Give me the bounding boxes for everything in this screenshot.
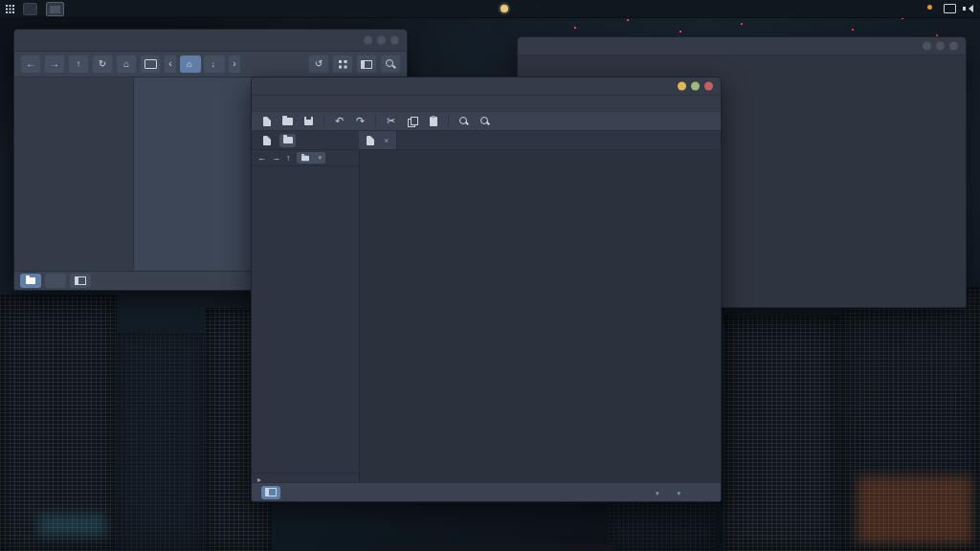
display-icon[interactable] [944, 4, 956, 13]
close-button[interactable] [704, 82, 713, 91]
file-manager-toolbar: ← → ↑ ↻ ⌂ ‹ ⌂ ↓ › ↺ [14, 52, 407, 77]
text-editor-window: ↶ ↷ ✂ × ← → [251, 77, 722, 502]
back-button[interactable]: ← [20, 55, 41, 74]
chevron-down-icon: ▾ [319, 154, 323, 162]
top-panel [0, 0, 980, 18]
editor-tabbar: × [252, 131, 721, 150]
minimize-button[interactable] [923, 42, 931, 51]
forward-button[interactable]: → [272, 153, 280, 163]
toggle-location-button[interactable]: ↺ [308, 55, 329, 74]
redo-button[interactable]: ↷ [354, 115, 367, 128]
folder-icon [301, 155, 309, 161]
editor-menubar [252, 96, 721, 111]
save-button[interactable] [302, 115, 315, 128]
copy-icon [408, 117, 417, 126]
close-button[interactable] [949, 42, 958, 51]
up-button[interactable]: ↑ [286, 153, 291, 163]
cut-button[interactable]: ✂ [385, 115, 397, 128]
tree-toggle[interactable] [70, 274, 91, 288]
crumb-scroll-left-button[interactable]: ‹ [164, 55, 177, 74]
maximize-button[interactable] [936, 42, 945, 51]
search-icon [386, 59, 395, 69]
open-button[interactable] [281, 115, 294, 128]
editor-toolbar: ↶ ↷ ✂ [252, 111, 721, 131]
replace-button[interactable] [479, 115, 491, 128]
folder-tree [252, 164, 359, 473]
file-icon [263, 136, 271, 145]
documents-pane-toggle[interactable] [258, 134, 275, 147]
paste-button[interactable] [427, 115, 439, 128]
grid-icon [339, 60, 347, 69]
computer-button[interactable] [140, 55, 161, 74]
search-button[interactable] [457, 115, 470, 128]
chevron-down-icon: ▾ [656, 490, 659, 496]
tab-width-selector[interactable]: ▾ [674, 488, 680, 497]
location-dropdown[interactable]: ▾ [297, 152, 326, 164]
breadcrumb-home[interactable]: ⌂ [180, 55, 201, 73]
file-browser-panel: ← → ↑ ▾ ▸ [252, 150, 360, 486]
home-button[interactable]: ⌂ [116, 55, 137, 74]
chevron-down-icon: ▾ [677, 490, 680, 496]
file-manager-titlebar[interactable] [14, 30, 407, 52]
maximize-button[interactable] [691, 82, 700, 91]
forward-button[interactable]: → [44, 55, 65, 74]
dock-shelf [371, 544, 616, 551]
pane-icon [361, 60, 372, 69]
minimize-button[interactable] [364, 36, 372, 45]
refresh-button[interactable]: ↻ [92, 55, 113, 74]
ascii-art-line [518, 67, 966, 76]
file-manager-sidebar [14, 77, 134, 273]
zoom-level[interactable] [45, 274, 66, 288]
filebrowser-pane-toggle[interactable] [279, 134, 296, 147]
new-document-button[interactable] [260, 115, 273, 128]
code-editor[interactable] [360, 150, 721, 486]
save-icon [304, 117, 313, 125]
home-icon: ⌂ [187, 59, 191, 69]
icon-view-toggle[interactable] [20, 274, 41, 288]
crumb-scroll-right-button[interactable]: › [228, 55, 241, 74]
up-button[interactable]: ↑ [68, 55, 89, 74]
weather-sun-icon [501, 5, 508, 12]
search-icon [459, 117, 469, 126]
maximize-button[interactable] [377, 36, 386, 45]
split-pane-button[interactable] [356, 55, 377, 74]
back-button[interactable]: ← [257, 153, 266, 163]
tab-bashrc[interactable]: × [359, 131, 397, 149]
paste-icon [430, 117, 437, 126]
folder-icon [26, 277, 35, 284]
search-replace-icon [480, 117, 490, 126]
close-button[interactable] [390, 36, 399, 45]
folder-icon [283, 137, 293, 143]
icon-view-button[interactable] [332, 55, 353, 74]
downloads-icon: ↓ [211, 59, 215, 69]
pane-icon [265, 488, 277, 496]
menu-icon[interactable] [6, 5, 14, 13]
pane-icon [75, 276, 86, 285]
open-folder-icon [282, 118, 293, 125]
new-file-icon [263, 117, 271, 126]
volume-icon[interactable] [963, 4, 973, 13]
search-button[interactable] [380, 55, 401, 74]
window-list-thumbnail[interactable] [46, 2, 64, 16]
editor-statusbar: ▾ ▾ [252, 482, 721, 501]
terminal-titlebar[interactable] [518, 37, 966, 55]
desktop: ← → ↑ ↻ ⌂ ‹ ⌂ ↓ › ↺ [0, 0, 980, 551]
undo-button[interactable]: ↶ [333, 115, 345, 128]
minimize-button[interactable] [678, 82, 686, 91]
language-selector[interactable]: ▾ [653, 488, 659, 497]
editor-titlebar[interactable] [252, 77, 721, 96]
screen-icon [145, 59, 157, 69]
show-desktop-icon[interactable] [23, 3, 37, 15]
tab-close-icon[interactable]: × [384, 136, 389, 145]
copy-button[interactable] [406, 115, 418, 128]
bottom-panel-toggle[interactable] [261, 486, 280, 499]
file-icon [367, 136, 374, 145]
breadcrumb-downloads[interactable]: ↓ [204, 55, 225, 73]
